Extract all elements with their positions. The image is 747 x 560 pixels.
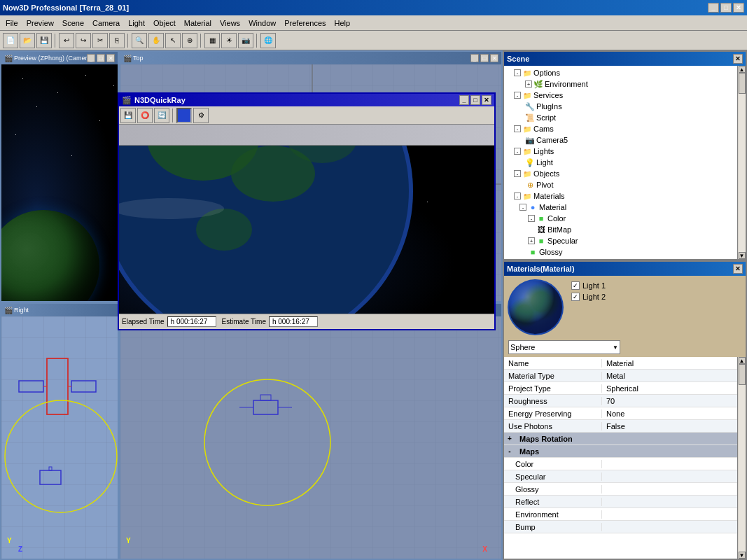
cams-expand[interactable]: - bbox=[514, 125, 521, 132]
materials-panel-title: Materials(Material) ✕ bbox=[504, 262, 746, 276]
menu-light[interactable]: Light bbox=[124, 18, 149, 29]
tree-camera5[interactable]: 📷 Camera5 bbox=[505, 134, 736, 146]
menu-object[interactable]: Object bbox=[149, 18, 180, 29]
maps-rotation-expand[interactable]: + bbox=[504, 433, 515, 444]
qr-settings-btn[interactable]: ⚙ bbox=[193, 108, 209, 123]
copy-button[interactable]: ⎘ bbox=[109, 33, 125, 48]
properties-table: Name Material Material Type Metal Projec… bbox=[504, 357, 737, 559]
scroll-thumb[interactable] bbox=[739, 73, 746, 94]
menu-file[interactable]: File bbox=[1, 18, 22, 29]
qr-color-btn[interactable] bbox=[176, 108, 192, 123]
menu-scene[interactable]: Scene bbox=[58, 18, 88, 29]
light2-checkbox[interactable]: ✓ bbox=[571, 293, 580, 301]
menu-window[interactable]: Window bbox=[244, 18, 280, 29]
color-expand[interactable]: - bbox=[528, 215, 535, 222]
preview-close[interactable]: ✕ bbox=[106, 54, 115, 62]
tree-bitmap[interactable]: 🖼 BitMap bbox=[505, 224, 736, 235]
prop-maps[interactable]: - Maps bbox=[504, 445, 737, 458]
menu-views[interactable]: Views bbox=[216, 18, 244, 29]
redo-button[interactable]: ↪ bbox=[76, 33, 91, 48]
scene-scrollbar[interactable]: ▲ ▼ bbox=[737, 66, 746, 259]
close-button[interactable]: ✕ bbox=[733, 3, 744, 13]
cam-button[interactable]: 📷 bbox=[238, 33, 253, 48]
light-button[interactable]: ☀ bbox=[221, 33, 237, 48]
top-minimize[interactable]: _ bbox=[470, 54, 479, 62]
tree-environment[interactable]: + 🌿 Environment bbox=[505, 78, 736, 90]
quickray-close[interactable]: ✕ bbox=[482, 95, 491, 105]
prop-material-type: Material Type Metal bbox=[504, 370, 737, 382]
pan-button[interactable]: ✋ bbox=[148, 33, 164, 48]
tree-specular[interactable]: + ■ Specular bbox=[505, 235, 736, 246]
preview-minimize[interactable]: _ bbox=[87, 54, 95, 62]
viewport-preview: 🎬 Preview (ZPhong) (Camera5) 2,2 secs. _… bbox=[0, 50, 119, 302]
tree-pivot[interactable]: ⊕ Pivot bbox=[505, 179, 736, 190]
render-button[interactable]: 🌐 bbox=[260, 33, 276, 48]
open-button[interactable]: 📂 bbox=[20, 33, 35, 48]
scroll-up-btn[interactable]: ▲ bbox=[739, 66, 746, 73]
right-panel: Scene ✕ - 📁 Options + 🌿 E bbox=[503, 50, 747, 560]
quickray-maximize[interactable]: □ bbox=[470, 95, 480, 105]
tree-plugins[interactable]: 🔧 PlugIns bbox=[505, 101, 736, 112]
scene-content: - 📁 Options + 🌿 Environment - 📁 bbox=[504, 66, 746, 259]
tree-cams[interactable]: - 📁 Cams bbox=[505, 123, 736, 134]
bottom-grid bbox=[120, 316, 501, 559]
sphere-dropdown[interactable]: Sphere ▼ bbox=[508, 340, 620, 354]
qr-refresh-btn[interactable]: 🔄 bbox=[154, 108, 169, 123]
services-expand[interactable]: - bbox=[514, 92, 521, 99]
light1-checkbox[interactable]: ✓ bbox=[571, 281, 580, 290]
tree-material[interactable]: - ● Material bbox=[505, 202, 736, 213]
mat-scroll-up[interactable]: ▲ bbox=[739, 357, 746, 364]
menu-help[interactable]: Help bbox=[330, 18, 355, 29]
quickray-status: Elapsed Time h 000:16:27 Estimate Time h… bbox=[119, 314, 494, 329]
scroll-down-btn[interactable]: ▼ bbox=[739, 252, 746, 259]
specular-expand[interactable]: + bbox=[528, 237, 535, 244]
tree-materials[interactable]: - 📁 Materials bbox=[505, 190, 736, 202]
tree-glossy[interactable]: ■ Glossy bbox=[505, 246, 736, 258]
env-expand[interactable]: + bbox=[525, 80, 532, 88]
tree-plugins-label: PlugIns bbox=[536, 102, 562, 111]
material-expand[interactable]: - bbox=[519, 204, 526, 211]
materials-expand[interactable]: - bbox=[514, 192, 521, 200]
tree-color[interactable]: - ■ Color bbox=[505, 213, 736, 224]
options-expand[interactable]: - bbox=[514, 69, 521, 76]
tree-options[interactable]: - 📁 Options bbox=[505, 67, 736, 78]
objects-expand[interactable]: - bbox=[514, 170, 521, 177]
maps-expand[interactable]: - bbox=[504, 446, 515, 457]
tree-light[interactable]: 💡 Light bbox=[505, 157, 736, 168]
maximize-button[interactable]: □ bbox=[720, 3, 732, 13]
materials-close-button[interactable]: ✕ bbox=[733, 264, 743, 274]
undo-button[interactable]: ↩ bbox=[59, 33, 74, 48]
mat-scroll-thumb[interactable] bbox=[739, 364, 746, 385]
qr-circle-btn[interactable]: ⭕ bbox=[137, 108, 153, 123]
preview-maximize[interactable]: □ bbox=[97, 54, 105, 62]
menu-preferences[interactable]: Preferences bbox=[280, 18, 330, 29]
mat-scroll-down[interactable]: ▼ bbox=[739, 552, 746, 559]
qr-save-btn[interactable]: 💾 bbox=[120, 108, 136, 123]
save-button[interactable]: 💾 bbox=[36, 33, 52, 48]
tree-lights[interactable]: - 📁 Lights bbox=[505, 146, 736, 157]
lights-expand[interactable]: - bbox=[514, 148, 521, 155]
tree-services[interactable]: - 📁 Services bbox=[505, 90, 736, 101]
zoom-button[interactable]: 🔍 bbox=[132, 33, 147, 48]
select-button[interactable]: ↖ bbox=[165, 33, 181, 48]
mat-controls-area: ✓ Light 1 ✓ Light 2 bbox=[567, 276, 746, 339]
prop-maps-rotation[interactable]: + Maps Rotation bbox=[504, 433, 737, 445]
menu-preview[interactable]: Preview bbox=[22, 18, 58, 29]
prop-map-reflect-label: Reflect bbox=[504, 498, 602, 506]
cut-button[interactable]: ✂ bbox=[92, 33, 108, 48]
light-icon: 💡 bbox=[525, 158, 535, 167]
tree-objects[interactable]: - 📁 Objects bbox=[505, 168, 736, 179]
new-button[interactable]: 📄 bbox=[3, 33, 18, 48]
top-maximize[interactable]: □ bbox=[480, 54, 489, 62]
menu-camera[interactable]: Camera bbox=[88, 18, 124, 29]
top-close[interactable]: ✕ bbox=[490, 54, 498, 62]
estimate-value: h 000:16:27 bbox=[269, 316, 318, 327]
minimize-button[interactable]: _ bbox=[708, 3, 719, 13]
materials-scrollbar[interactable]: ▲ ▼ bbox=[737, 357, 746, 559]
menu-material[interactable]: Material bbox=[180, 18, 216, 29]
move-button[interactable]: ⊕ bbox=[182, 33, 197, 48]
tree-script[interactable]: 📜 Script bbox=[505, 112, 736, 123]
add-obj-button[interactable]: ▦ bbox=[204, 33, 220, 48]
scene-close-button[interactable]: ✕ bbox=[733, 54, 743, 64]
quickray-minimize[interactable]: _ bbox=[459, 95, 469, 105]
